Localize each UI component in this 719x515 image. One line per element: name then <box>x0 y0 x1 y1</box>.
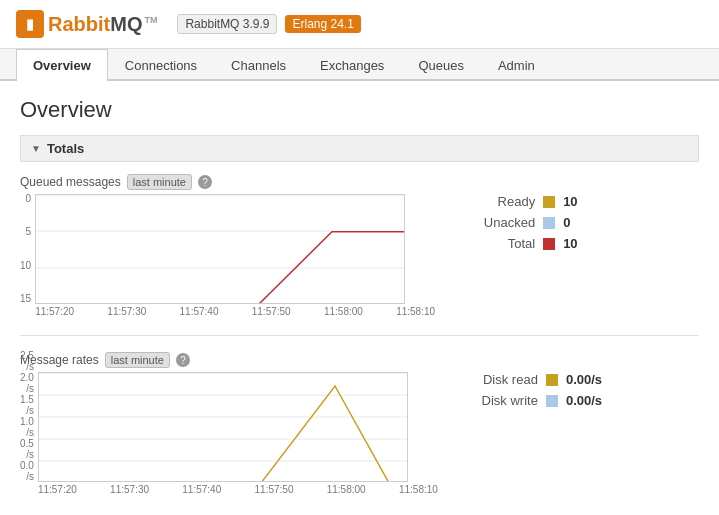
legend-total-value: 10 <box>563 236 577 251</box>
queued-messages-row: 15 10 5 0 <box>20 194 699 319</box>
x-label-1: 11:57:30 <box>107 306 146 317</box>
queued-messages-help[interactable]: ? <box>198 175 212 189</box>
nav-item-channels[interactable]: Channels <box>214 49 303 81</box>
rates-y-axis: 0.0 /s 0.5 /s 1.0 /s 1.5 /s 2.0 /s 2.5 /… <box>20 372 34 482</box>
legend-disk-read-swatch <box>546 374 558 386</box>
queued-messages-label-row: Queued messages last minute ? <box>20 174 699 190</box>
y-label-10: 10 <box>20 261 31 271</box>
y-rate-25: 2.5 /s <box>20 350 34 372</box>
queued-messages-label: Queued messages <box>20 175 121 189</box>
rates-line <box>39 386 408 482</box>
x-label-0: 11:57:20 <box>35 306 74 317</box>
nav-item-admin[interactable]: Admin <box>481 49 552 81</box>
rates-legend: Disk read 0.00/s Disk write 0.00/s <box>468 372 699 414</box>
legend-disk-read: Disk read 0.00/s <box>468 372 699 387</box>
logo-tm: TM <box>144 15 157 25</box>
logo-rabbit: Rabbit <box>48 13 110 35</box>
queued-messages-chart-container: 15 10 5 0 <box>20 194 435 319</box>
header: ▮ RabbitMQTM RabbitMQ 3.9.9 Erlang 24.1 <box>0 0 719 49</box>
y-label-5: 5 <box>20 227 31 237</box>
queued-messages-svg-wrapper: 11:57:20 11:57:30 11:57:40 11:57:50 11:5… <box>35 194 435 319</box>
rx-label-3: 11:57:50 <box>255 484 294 495</box>
legend-ready-label: Ready <box>465 194 535 209</box>
svg-rect-6 <box>543 238 555 250</box>
y-rate-0: 0.0 /s <box>20 460 34 482</box>
main-nav: Overview Connections Channels Exchanges … <box>0 49 719 81</box>
y-label-0: 0 <box>20 194 31 204</box>
y-label-15: 15 <box>20 294 31 304</box>
legend-unacked-label: Unacked <box>465 215 535 230</box>
legend-disk-write-swatch <box>546 395 558 407</box>
section-divider <box>20 335 699 336</box>
erlang-badge: Erlang 24.1 <box>285 15 360 33</box>
legend-ready: Ready 10 <box>465 194 699 209</box>
legend-disk-write-label: Disk write <box>468 393 538 408</box>
y-rate-05: 0.5 /s <box>20 438 34 460</box>
message-rates-chart-wrapper: 0.0 /s 0.5 /s 1.0 /s 1.5 /s 2.0 /s 2.5 /… <box>20 372 438 497</box>
legend-total-swatch <box>543 238 555 250</box>
svg-rect-5 <box>543 217 555 229</box>
nav-item-exchanges[interactable]: Exchanges <box>303 49 401 81</box>
rx-label-1: 11:57:30 <box>110 484 149 495</box>
message-rates-chart <box>38 372 408 482</box>
x-label-5: 11:58:10 <box>396 306 435 317</box>
totals-section-header[interactable]: ▼ Totals <box>20 135 699 162</box>
queued-messages-legend: Ready 10 Unacked 0 Total 10 <box>465 194 699 257</box>
legend-disk-read-label: Disk read <box>468 372 538 387</box>
queued-x-axis: 11:57:20 11:57:30 11:57:40 11:57:50 11:5… <box>35 304 435 319</box>
y-rate-15: 1.5 /s <box>20 394 34 416</box>
rx-label-2: 11:57:40 <box>182 484 221 495</box>
legend-ready-value: 10 <box>563 194 577 209</box>
totals-label: Totals <box>47 141 84 156</box>
x-label-4: 11:58:00 <box>324 306 363 317</box>
rates-x-axis: 11:57:20 11:57:30 11:57:40 11:57:50 11:5… <box>38 482 438 497</box>
y-rate-2: 2.0 /s <box>20 372 34 394</box>
legend-total-label: Total <box>465 236 535 251</box>
legend-total: Total 10 <box>465 236 699 251</box>
logo-mq: MQ <box>110 13 142 35</box>
queued-messages-badge[interactable]: last minute <box>127 174 192 190</box>
rx-label-5: 11:58:10 <box>399 484 438 495</box>
version-badge: RabbitMQ 3.9.9 <box>177 14 277 34</box>
page-title: Overview <box>20 97 699 123</box>
queued-messages-chart <box>35 194 405 304</box>
x-label-2: 11:57:40 <box>180 306 219 317</box>
nav-item-connections[interactable]: Connections <box>108 49 214 81</box>
logo-icon: ▮ <box>16 10 44 38</box>
main-content: Overview ▼ Totals Queued messages last m… <box>0 81 719 515</box>
nav-item-overview[interactable]: Overview <box>16 49 108 81</box>
rx-label-4: 11:58:00 <box>327 484 366 495</box>
logo-text: RabbitMQTM <box>48 13 157 36</box>
message-rates-badge[interactable]: last minute <box>105 352 170 368</box>
svg-rect-14 <box>546 395 558 407</box>
y-rate-1: 1.0 /s <box>20 416 34 438</box>
message-rates-help[interactable]: ? <box>176 353 190 367</box>
legend-disk-read-value: 0.00/s <box>566 372 602 387</box>
legend-unacked-swatch <box>543 217 555 229</box>
rx-label-0: 11:57:20 <box>38 484 77 495</box>
queued-messages-chart-wrapper: 15 10 5 0 <box>20 194 435 319</box>
message-rates-row: 0.0 /s 0.5 /s 1.0 /s 1.5 /s 2.0 /s 2.5 /… <box>20 372 699 497</box>
message-rates-chart-container: 0.0 /s 0.5 /s 1.0 /s 1.5 /s 2.0 /s 2.5 /… <box>20 372 438 497</box>
legend-unacked: Unacked 0 <box>465 215 699 230</box>
legend-disk-write-value: 0.00/s <box>566 393 602 408</box>
logo: ▮ RabbitMQTM <box>16 10 157 38</box>
legend-unacked-value: 0 <box>563 215 570 230</box>
svg-rect-13 <box>546 374 558 386</box>
message-rates-svg-wrapper: 11:57:20 11:57:30 11:57:40 11:57:50 11:5… <box>38 372 438 497</box>
svg-rect-4 <box>543 196 555 208</box>
message-rates-label-row: Message rates last minute ? <box>20 352 699 368</box>
legend-disk-write: Disk write 0.00/s <box>468 393 699 408</box>
x-label-3: 11:57:50 <box>252 306 291 317</box>
totals-arrow: ▼ <box>31 143 41 154</box>
queued-y-axis: 15 10 5 0 <box>20 194 31 304</box>
legend-ready-swatch <box>543 196 555 208</box>
nav-item-queues[interactable]: Queues <box>401 49 481 81</box>
